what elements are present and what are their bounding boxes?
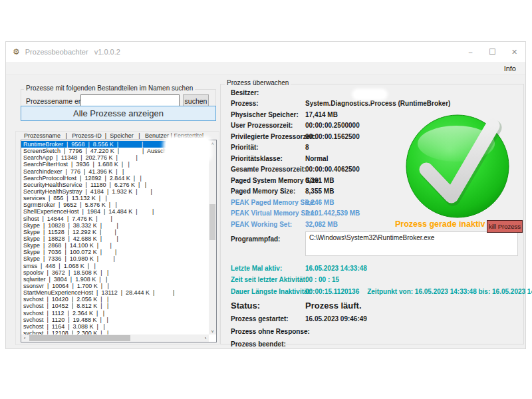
inactivity-value: 00:00:15.1120136 xyxy=(305,288,359,295)
process-row[interactable]: SearchProtocolHost | 12892 | 2.844 K | | xyxy=(21,175,208,182)
minimize-button[interactable]: – xyxy=(460,42,481,62)
monitor-groupbox: Prozess überwachen Besitzer: Prozess: Sy… xyxy=(220,84,524,344)
scroll-left-icon[interactable]: ‹ xyxy=(21,334,28,342)
inactivity-row: Dauer Längste Inaktivität: 00:00:15.1120… xyxy=(231,286,522,298)
detail-label: Physischer Speicher: xyxy=(231,111,305,118)
process-row[interactable]: svchost | 1164 | 3.088 K | | xyxy=(21,323,208,330)
process-row[interactable]: svchost | 10452 | 8.812 K | | xyxy=(21,303,208,309)
process-row[interactable]: Skype | 11528 | 12.292 K | | xyxy=(21,229,208,235)
detail-label: PEAK Working Set: xyxy=(231,221,305,228)
detail-label: PEAK Virtual Memory Size: xyxy=(231,209,305,217)
privacy-redaction xyxy=(166,138,209,160)
titlebar: ⚙ Prozessbeobachter v1.0.0.2 – ☐ ✕ xyxy=(6,42,525,62)
search-input[interactable] xyxy=(80,94,180,106)
status-row: Status: Prozess läuft. xyxy=(231,298,522,313)
inactivity-label: Dauer Längste Inaktivität: xyxy=(231,288,305,295)
process-listbox[interactable]: RuntimeBroker | 9568 | 8.556 K | |Screen… xyxy=(21,140,217,342)
horizontal-scrollbar[interactable]: ‹ › xyxy=(21,334,209,342)
detail-value: 00:00:00.1562500 xyxy=(305,133,360,140)
footer-rows: Prozess gestartet: 16.05.2023 09:46:49 P… xyxy=(231,313,522,350)
maximize-button[interactable]: ☐ xyxy=(481,42,503,62)
detail-label: Besitzer: xyxy=(231,89,305,96)
detail-value: 32,082 MB xyxy=(305,221,338,228)
vertical-scroll-thumb[interactable] xyxy=(209,204,215,240)
detail-label: Gesamte Prozessorzeit: xyxy=(231,166,305,173)
process-row[interactable]: StartMenuExperienceHost | 13112 | 28.444… xyxy=(21,289,208,296)
detail-label: User Prozessorzeit: xyxy=(231,122,305,129)
process-row[interactable]: SecurityHealthService | 11180 | 6.276 K … xyxy=(21,182,208,188)
monitor-group-label: Prozess überwachen xyxy=(225,79,291,86)
horizontal-scroll-thumb[interactable] xyxy=(29,335,130,341)
vertical-scrollbar[interactable]: ˄ ˅ xyxy=(209,140,216,334)
close-button[interactable]: ✕ xyxy=(503,42,525,62)
inactivity-range: Zeitpunkt von: 16.05.2023 14:33:48 bis: … xyxy=(367,288,532,295)
process-row[interactable]: services | 856 | 13.132 K | | xyxy=(21,195,208,201)
detail-label: Prozess: xyxy=(231,100,305,107)
detail-label: PEAK Paged Memory Size: xyxy=(231,199,305,206)
detail-value: 8 xyxy=(305,144,309,151)
detail-value: 00:00:00.2500000 xyxy=(305,122,360,129)
scroll-down-icon[interactable]: ˅ xyxy=(209,328,216,334)
process-row[interactable]: ssonsvr | 10064 | 1.700 K | | xyxy=(21,283,208,289)
app-window: ⚙ Prozessbeobachter v1.0.0.2 – ☐ ✕ Info … xyxy=(5,41,526,349)
detail-value: 17,414 MB xyxy=(305,111,338,118)
window-controls: – ☐ ✕ xyxy=(460,42,525,62)
menu-item-info[interactable]: Info xyxy=(495,65,525,72)
process-row[interactable]: svchost | 10420 | 2.056 K | | xyxy=(21,296,208,303)
detail-value: 16.05.2023 09:46:49 xyxy=(305,315,367,323)
detail-label: Prioritätsklasse: xyxy=(231,155,305,162)
detail-row: Prozess: System.Diagnostics.Process (Run… xyxy=(231,98,522,110)
process-row[interactable]: SearchFilterHost | 3936 | 1.688 K | | xyxy=(21,161,208,168)
footer-row: Prozess ohne Response: xyxy=(231,325,522,338)
detail-value: 2.101.442,539 MB xyxy=(305,209,360,217)
process-row[interactable]: sqlwriter | 3804 | 1.908 K | | xyxy=(21,276,208,283)
footer-row: Prozess beendet: xyxy=(231,338,522,350)
detail-value: System.Diagnostics.Process (RuntimeBroke… xyxy=(305,100,450,107)
process-row[interactable]: SecurityHealthSystray | 4184 | 1.932 K |… xyxy=(21,188,208,195)
status-value: Prozess läuft. xyxy=(305,301,362,311)
process-row[interactable]: sihost | 14844 | 7.476 K | | xyxy=(21,215,208,222)
process-row[interactable]: Skype | 2868 | 14.100 K | | xyxy=(21,242,208,249)
scroll-up-icon[interactable]: ˄ xyxy=(209,140,216,147)
programmpfad-label: Programmpfad: xyxy=(231,231,305,243)
process-row[interactable]: Skype | 10828 | 38.332 K | | xyxy=(21,222,208,229)
process-row[interactable]: Skype | 7336 | 10.980 K | | xyxy=(21,255,208,262)
detail-label: Prozess ohne Response: xyxy=(231,328,305,335)
detail-label: Zeit seit letzter Aktivität: xyxy=(231,276,305,283)
process-row[interactable]: spoolsv | 3672 | 18.508 K | | xyxy=(21,269,208,276)
status-label: Status: xyxy=(231,301,305,311)
process-row[interactable]: ShellExperienceHost | 1984 | 14.484 K | … xyxy=(21,208,208,215)
process-row[interactable]: Skype | 7036 | 100.072 K | | xyxy=(21,249,208,255)
activity-row: Zeit seit letzter Aktivität: 00 : 00 : 1… xyxy=(231,274,522,286)
window-title: Prozessbeobachter v1.0.0.2 xyxy=(25,48,120,56)
programmpfad-row: Programmpfad: C:\Windows\System32\Runtim… xyxy=(231,231,522,256)
process-row[interactable]: smss | 448 | 1.068 K | | xyxy=(21,263,208,269)
process-rows: RuntimeBroker | 9568 | 8.556 K | |Screen… xyxy=(21,141,208,342)
process-row[interactable]: svchost | 1120 | 19.488 K | | xyxy=(21,317,208,323)
detail-value: 0,301 MB xyxy=(305,177,334,184)
detail-label: Paged System Memory Size: xyxy=(231,177,305,184)
detail-label: Paged Memory Size: xyxy=(231,188,305,195)
process-row[interactable]: Skype | 18828 | 42.688 K | | xyxy=(21,235,208,242)
detail-value: 9,246 MB xyxy=(305,199,334,206)
privacy-redaction-owner xyxy=(354,90,386,98)
process-row[interactable]: SgrmBroker | 9652 | 5.876 K | | xyxy=(21,201,208,208)
search-group-label: Prozesse mit folgenden Bestandteilen im … xyxy=(24,84,195,92)
detail-label: Prozess gestartet: xyxy=(231,315,305,323)
green-check-icon xyxy=(404,111,513,220)
app-icon: ⚙ xyxy=(13,48,20,56)
process-row[interactable]: SearchIndexer | 776 | 41.396 K | | xyxy=(21,168,208,175)
show-all-processes-button[interactable]: Alle Prozesse anzeigen xyxy=(21,106,216,121)
activity-row: Letzte Mal aktiv: 16.05.2023 14:33:48 xyxy=(231,263,522,275)
kill-process-button[interactable]: kill Prozess xyxy=(487,220,523,233)
detail-value: 8,355 MB xyxy=(305,188,334,195)
detail-label: Prozess beendet: xyxy=(231,340,305,348)
scroll-right-icon[interactable]: › xyxy=(202,334,209,342)
footer-row: Prozess gestartet: 16.05.2023 09:46:49 xyxy=(231,313,522,325)
process-row[interactable]: svchost | 1112 | 2.364 K | | xyxy=(21,310,208,317)
detail-label: Priorität: xyxy=(231,144,305,151)
detail-value: Normal xyxy=(305,155,328,162)
inactive-status-text: Prozess gerade inaktiv xyxy=(395,219,495,229)
programmpfad-box[interactable]: C:\Windows\System32\RuntimeBroker.exe xyxy=(305,231,518,256)
detail-label: Privilegierte Prozessorzeit: xyxy=(231,133,305,140)
